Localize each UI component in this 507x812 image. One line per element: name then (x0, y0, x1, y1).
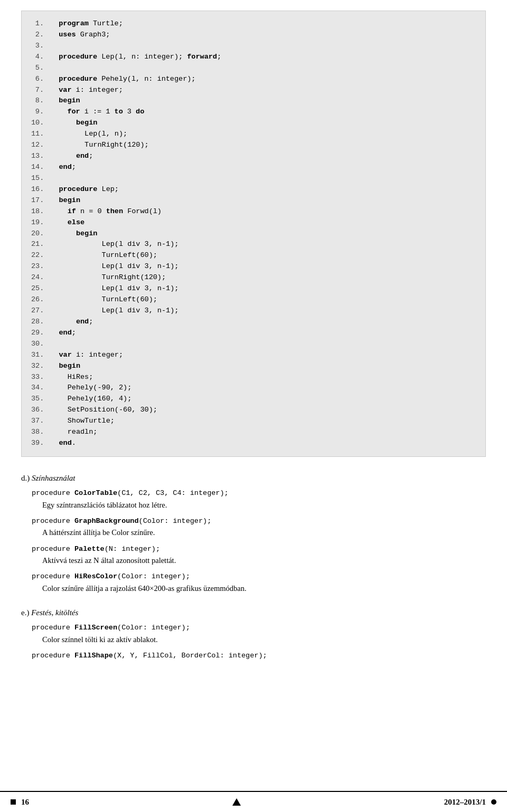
line-number: 3. (31, 41, 50, 52)
code-line: 7. var i: integer; (31, 85, 476, 96)
code-line: 10. begin (31, 118, 476, 129)
code-line: 8. begin (31, 95, 476, 107)
code-line: 19. else (31, 217, 476, 228)
code-line: 38. readln; (31, 427, 476, 438)
line-number: 38. (31, 427, 50, 438)
page-content: 1. program Turtle;2. uses Graph3;3.4. pr… (0, 0, 507, 704)
procedure-block: procedure Palette(N: integer);Aktívvá te… (21, 543, 486, 567)
line-number: 19. (31, 217, 50, 228)
line-number: 23. (31, 261, 50, 272)
line-code: TurnRight(120); (50, 272, 166, 283)
line-code: var i: integer; (50, 350, 123, 361)
procedure-description: Color színűre állítja a rajzolást 640×20… (42, 582, 486, 595)
code-line: 20. begin (31, 228, 476, 240)
line-code: procedure Lep; (50, 184, 119, 195)
line-code: Pehely(-90, 2); (50, 383, 132, 394)
footer-circle-icon (491, 799, 496, 805)
procedure-signature: procedure HiResColor(Color: integer); (32, 571, 486, 582)
footer-center (232, 798, 241, 806)
procedure-signature: procedure Palette(N: integer); (32, 543, 486, 555)
line-code: var i: integer; (50, 85, 123, 96)
procedure-signature: procedure FillScreen(Color: integer); (32, 622, 486, 634)
section-e: e.) Festés, kitöltés procedure FillScree… (21, 606, 486, 661)
code-line: 9. for i := 1 to 3 do (31, 107, 476, 118)
procedure-signature: procedure GraphBackground(Color: integer… (32, 515, 486, 527)
footer-square-icon (11, 799, 16, 805)
line-number: 35. (31, 394, 50, 405)
line-code: begin (50, 195, 80, 206)
line-number: 33. (31, 372, 50, 383)
line-code: uses Graph3; (50, 30, 110, 41)
line-number: 2. (31, 30, 50, 41)
code-line: 13. end; (31, 151, 476, 162)
line-code: Lep(l, n); (50, 129, 127, 140)
code-line: 18. if n = 0 then Forwd(l) (31, 206, 476, 217)
line-number: 1. (31, 18, 50, 30)
procedure-description: A háttérszínt állítja be Color színűre. (42, 527, 486, 539)
line-code: begin (50, 118, 97, 129)
code-line: 31. var i: integer; (31, 350, 476, 361)
code-line: 28. end; (31, 317, 476, 328)
code-line: 33. HiRes; (31, 372, 476, 383)
code-line: 35. Pehely(160, 4); (31, 394, 476, 405)
line-number: 10. (31, 118, 50, 129)
line-code: if n = 0 then Forwd(l) (50, 206, 162, 217)
footer-page-number: 16 (21, 798, 29, 807)
line-number: 7. (31, 85, 50, 96)
line-number: 21. (31, 239, 50, 250)
code-line: 24. TurnRight(120); (31, 272, 476, 283)
procedure-signature: procedure ColorTable(C1, C2, C3, C4: int… (32, 488, 486, 499)
code-line: 21. Lep(l div 3, n-1); (31, 239, 476, 250)
code-line: 27. Lep(l div 3, n-1); (31, 305, 476, 317)
code-line: 23. Lep(l div 3, n-1); (31, 261, 476, 272)
code-line: 39. end. (31, 438, 476, 449)
code-line: 30. (31, 339, 476, 350)
code-block: 1. program Turtle;2. uses Graph3;3.4. pr… (21, 11, 486, 457)
line-number: 29. (31, 328, 50, 339)
procedure-description: Color színnel tölti ki az aktív ablakot. (42, 634, 486, 646)
line-number: 14. (31, 162, 50, 173)
line-number: 31. (31, 350, 50, 361)
line-code: begin (50, 95, 80, 107)
code-line: 26. TurnLeft(60); (31, 294, 476, 305)
code-line: 34. Pehely(-90, 2); (31, 383, 476, 394)
section-e-title: e.) Festés, kitöltés (21, 606, 486, 619)
line-number: 16. (31, 184, 50, 195)
line-number: 4. (31, 52, 50, 63)
procedure-block: procedure FillScreen(Color: integer);Col… (21, 622, 486, 646)
line-code: end; (50, 328, 76, 339)
line-number: 9. (31, 107, 50, 118)
line-code: TurnLeft(60); (50, 294, 157, 305)
line-code: end; (50, 162, 76, 173)
procedure-block: procedure ColorTable(C1, C2, C3, C4: int… (21, 488, 486, 511)
line-number: 20. (31, 228, 50, 240)
code-line: 4. procedure Lep(l, n: integer); forward… (31, 52, 476, 63)
line-number: 37. (31, 416, 50, 427)
line-number: 30. (31, 339, 50, 350)
procedure-block: procedure GraphBackground(Color: integer… (21, 515, 486, 539)
code-line: 29. end; (31, 328, 476, 339)
code-line: 25. Lep(l div 3, n-1); (31, 283, 476, 294)
footer-right: 2012–2013/1 (444, 798, 496, 807)
code-line: 6. procedure Pehely(l, n: integer); (31, 74, 476, 85)
line-number: 39. (31, 438, 50, 449)
footer-left: 16 (11, 798, 29, 807)
line-code: end; (50, 151, 93, 162)
line-code: Lep(l div 3, n-1); (50, 283, 179, 294)
line-number: 24. (31, 272, 50, 283)
procedure-block: procedure HiResColor(Color: integer);Col… (21, 571, 486, 595)
procedure-description: Aktívvá teszi az N által azonosított pal… (42, 555, 486, 567)
section-d: d.) Színhasználat procedure ColorTable(C… (21, 472, 486, 595)
line-number: 27. (31, 305, 50, 317)
line-code: TurnRight(120); (50, 140, 148, 151)
footer-triangle-icon (232, 798, 241, 806)
line-number: 5. (31, 63, 50, 74)
line-code: procedure Pehely(l, n: integer); (50, 74, 195, 85)
code-line: 1. program Turtle; (31, 18, 476, 30)
code-line: 36. SetPosition(-60, 30); (31, 405, 476, 416)
line-code: begin (50, 228, 97, 240)
line-code: HiRes; (50, 372, 93, 383)
code-line: 15. (31, 173, 476, 184)
code-line: 17. begin (31, 195, 476, 206)
code-line: 37. ShowTurtle; (31, 416, 476, 427)
